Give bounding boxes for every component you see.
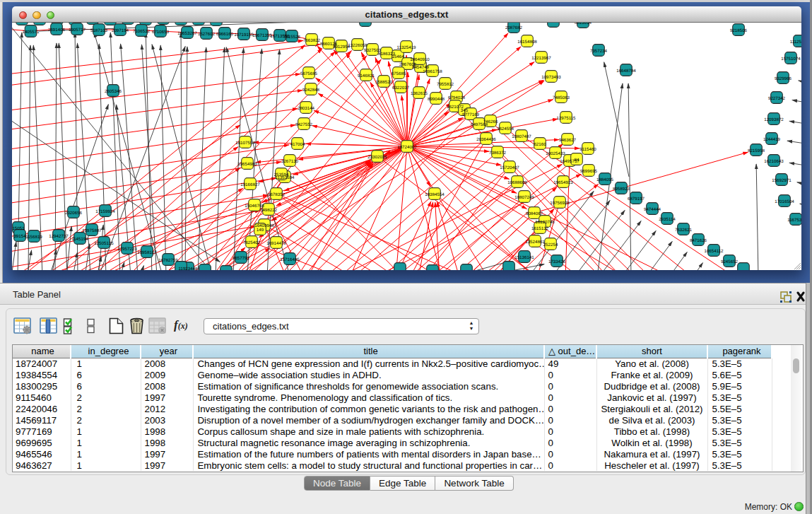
- svg-text:11923448: 11923448: [178, 267, 198, 271]
- svg-text:2097194: 2097194: [112, 28, 129, 33]
- svg-text:8215958: 8215958: [748, 148, 765, 153]
- svg-text:15720407: 15720407: [500, 165, 519, 170]
- svg-text:6322037: 6322037: [392, 86, 410, 90]
- svg-text:10688609: 10688609: [507, 180, 527, 185]
- svg-text:1145194: 1145194: [71, 237, 88, 242]
- svg-text:9084067: 9084067: [526, 211, 543, 216]
- svg-text:252254: 252254: [543, 243, 558, 247]
- svg-text:9245652: 9245652: [721, 259, 739, 264]
- svg-text:8813014: 8813014: [575, 23, 592, 25]
- svg-text:39154: 39154: [13, 234, 26, 239]
- svg-text:20364436: 20364436: [476, 137, 496, 142]
- svg-text:9463627: 9463627: [559, 138, 577, 143]
- svg-text:15046768: 15046768: [245, 204, 264, 209]
- svg-text:675685: 675685: [392, 71, 406, 76]
- svg-text:2605346: 2605346: [105, 89, 122, 94]
- svg-text:11325419: 11325419: [396, 45, 416, 50]
- svg-text:253594: 253594: [274, 173, 289, 177]
- svg-text:1405571: 1405571: [22, 30, 40, 35]
- svg-text:6879197: 6879197: [628, 197, 645, 201]
- svg-text:8990448: 8990448: [428, 97, 445, 102]
- svg-text:9474444: 9474444: [644, 207, 661, 212]
- svg-text:18807249: 18807249: [514, 195, 534, 200]
- svg-text:10975887: 10975887: [82, 228, 102, 233]
- svg-text:16210643: 16210643: [764, 159, 784, 164]
- svg-text:8958923: 8958923: [613, 187, 630, 192]
- svg-text:7663822: 7663822: [303, 38, 321, 43]
- svg-text:2691406: 2691406: [48, 28, 66, 33]
- svg-text:15136141: 15136141: [514, 255, 534, 260]
- svg-text:1244419: 1244419: [763, 137, 781, 142]
- svg-text:8678352: 8678352: [268, 192, 286, 197]
- svg-text:2020656: 2020656: [65, 211, 83, 216]
- svg-text:9115460: 9115460: [579, 147, 596, 152]
- svg-text:12975115: 12975115: [556, 116, 576, 121]
- svg-text:9777169: 9777169: [462, 112, 480, 117]
- svg-text:12213967: 12213967: [531, 56, 551, 61]
- svg-text:19166827: 19166827: [240, 182, 260, 187]
- svg-text:19654923: 19654923: [553, 180, 573, 185]
- svg-text:5675685: 5675685: [300, 71, 318, 76]
- svg-text:12942737: 12942737: [49, 234, 69, 239]
- svg-text:15692971: 15692971: [772, 178, 792, 183]
- svg-text:7106532: 7106532: [133, 29, 151, 34]
- svg-text:12505135: 12505135: [94, 241, 114, 246]
- svg-text:10025433: 10025433: [546, 151, 565, 156]
- svg-text:1884095: 1884095: [596, 177, 614, 182]
- svg-text:6794028: 6794028: [448, 95, 466, 100]
- svg-text:13524861: 13524861: [525, 240, 545, 245]
- svg-text:15051: 15051: [12, 226, 25, 231]
- svg-text:10671355: 10671355: [252, 33, 272, 38]
- svg-text:3624554: 3624554: [497, 127, 514, 132]
- svg-text:10958107: 10958107: [137, 250, 157, 255]
- svg-text:8471626: 8471626: [690, 238, 707, 243]
- svg-text:7625402: 7625402: [243, 240, 261, 245]
- svg-text:84: 84: [575, 158, 579, 163]
- svg-text:16154808: 16154808: [517, 40, 537, 45]
- svg-text:3267130: 3267130: [281, 159, 299, 164]
- svg-text:10654112: 10654112: [704, 249, 724, 254]
- svg-text:12093872: 12093872: [764, 117, 784, 122]
- svg-text:1733426: 1733426: [548, 259, 566, 264]
- svg-text:149: 149: [257, 228, 264, 233]
- svg-text:1362615: 1362615: [411, 91, 428, 96]
- svg-text:9227342: 9227342: [768, 96, 786, 101]
- svg-text:7386372: 7386372: [489, 151, 507, 156]
- svg-text:7357234: 7357234: [590, 49, 608, 54]
- svg-text:9699695: 9699695: [580, 169, 598, 174]
- svg-text:9242848: 9242848: [302, 88, 320, 93]
- svg-text:7515526: 7515526: [283, 35, 301, 40]
- svg-text:1588520: 1588520: [375, 80, 393, 85]
- svg-text:1156819: 1156819: [25, 235, 42, 240]
- svg-text:15716485: 15716485: [280, 257, 300, 262]
- svg-text:16107554: 16107554: [235, 141, 255, 146]
- svg-text:1833804: 1833804: [357, 23, 375, 24]
- svg-text:10807487: 10807487: [512, 134, 531, 139]
- svg-text:746266: 746266: [483, 119, 498, 124]
- svg-text:10653267: 10653267: [177, 31, 197, 36]
- svg-text:10973493: 10973493: [541, 75, 561, 80]
- svg-text:2087682: 2087682: [505, 25, 523, 30]
- svg-text:19384554: 19384554: [425, 192, 445, 197]
- svg-text:16914479: 16914479: [266, 241, 286, 246]
- svg-text:417004: 417004: [290, 142, 305, 147]
- svg-text:17159924: 17159924: [95, 209, 115, 214]
- svg-text:16961758: 16961758: [423, 69, 442, 74]
- svg-text:16782759: 16782759: [158, 258, 178, 263]
- svg-text:6710653: 6710653: [152, 30, 170, 35]
- svg-text:13226058: 13226058: [348, 43, 367, 48]
- svg-text:7955812: 7955812: [437, 82, 454, 87]
- svg-text:16120746: 16120746: [535, 220, 555, 225]
- svg-text:9146821: 9146821: [358, 74, 375, 78]
- svg-text:11125419: 11125419: [790, 40, 801, 45]
- svg-text:15464: 15464: [392, 54, 404, 59]
- svg-text:7485063: 7485063: [553, 95, 570, 100]
- svg-text:15751074: 15751074: [781, 57, 801, 62]
- svg-text:9218506: 9218506: [730, 28, 748, 33]
- svg-text:1167531: 1167531: [787, 218, 801, 223]
- svg-text:5187103: 5187103: [90, 28, 108, 33]
- svg-text:18640910: 18640910: [410, 57, 430, 62]
- svg-text:10719155: 10719155: [234, 33, 254, 37]
- svg-text:7632621: 7632621: [675, 228, 693, 233]
- svg-text:8427552: 8427552: [295, 122, 313, 127]
